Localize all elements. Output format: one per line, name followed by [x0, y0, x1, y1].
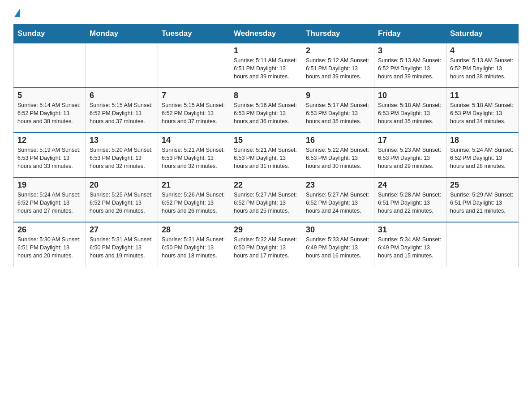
day-number: 27 — [90, 225, 154, 235]
day-number: 14 — [162, 136, 226, 145]
col-header-thursday: Thursday — [302, 25, 374, 43]
col-header-sunday: Sunday — [14, 25, 86, 43]
day-info: Sunrise: 5:14 AM Sunset: 6:52 PM Dayligh… — [17, 101, 82, 125]
day-number: 13 — [90, 136, 154, 145]
calendar-cell: 24Sunrise: 5:28 AM Sunset: 6:51 PM Dayli… — [374, 177, 446, 222]
day-info: Sunrise: 5:17 AM Sunset: 6:53 PM Dayligh… — [306, 101, 370, 125]
day-info: Sunrise: 5:13 AM Sunset: 6:52 PM Dayligh… — [450, 56, 515, 81]
day-info: Sunrise: 5:18 AM Sunset: 6:53 PM Dayligh… — [378, 101, 442, 125]
day-info: Sunrise: 5:16 AM Sunset: 6:53 PM Dayligh… — [234, 101, 298, 125]
calendar-cell: 3Sunrise: 5:13 AM Sunset: 6:52 PM Daylig… — [374, 43, 446, 88]
day-info: Sunrise: 5:15 AM Sunset: 6:52 PM Dayligh… — [162, 101, 226, 125]
calendar-cell: 13Sunrise: 5:20 AM Sunset: 6:53 PM Dayli… — [86, 133, 158, 177]
day-number: 6 — [90, 91, 154, 100]
day-info: Sunrise: 5:31 AM Sunset: 6:50 PM Dayligh… — [162, 235, 226, 260]
week-row-4: 19Sunrise: 5:24 AM Sunset: 6:52 PM Dayli… — [14, 177, 519, 222]
day-number: 1 — [234, 46, 298, 56]
calendar-cell: 29Sunrise: 5:32 AM Sunset: 6:50 PM Dayli… — [230, 222, 302, 267]
calendar-cell: 16Sunrise: 5:22 AM Sunset: 6:53 PM Dayli… — [302, 133, 374, 177]
day-number: 19 — [17, 180, 82, 190]
calendar-cell: 27Sunrise: 5:31 AM Sunset: 6:50 PM Dayli… — [86, 222, 158, 267]
day-info: Sunrise: 5:26 AM Sunset: 6:52 PM Dayligh… — [162, 191, 226, 215]
page-header — [13, 9, 519, 17]
calendar-cell — [86, 43, 158, 88]
day-info: Sunrise: 5:27 AM Sunset: 6:52 PM Dayligh… — [306, 191, 370, 215]
calendar-cell: 6Sunrise: 5:15 AM Sunset: 6:52 PM Daylig… — [86, 88, 158, 133]
calendar-cell: 11Sunrise: 5:18 AM Sunset: 6:53 PM Dayli… — [446, 88, 519, 133]
calendar-cell: 5Sunrise: 5:14 AM Sunset: 6:52 PM Daylig… — [14, 88, 86, 133]
day-info: Sunrise: 5:33 AM Sunset: 6:49 PM Dayligh… — [306, 235, 370, 260]
calendar-cell — [158, 43, 230, 88]
calendar-cell: 7Sunrise: 5:15 AM Sunset: 6:52 PM Daylig… — [158, 88, 230, 133]
day-number: 16 — [306, 136, 370, 145]
calendar-cell — [14, 43, 86, 88]
day-info: Sunrise: 5:24 AM Sunset: 6:52 PM Dayligh… — [450, 146, 515, 170]
day-number: 4 — [450, 46, 515, 56]
day-number: 12 — [17, 136, 82, 145]
day-number: 7 — [162, 91, 226, 100]
calendar-cell: 14Sunrise: 5:21 AM Sunset: 6:53 PM Dayli… — [158, 133, 230, 177]
calendar-cell: 30Sunrise: 5:33 AM Sunset: 6:49 PM Dayli… — [302, 222, 374, 267]
calendar-cell: 21Sunrise: 5:26 AM Sunset: 6:52 PM Dayli… — [158, 177, 230, 222]
day-info: Sunrise: 5:22 AM Sunset: 6:53 PM Dayligh… — [306, 146, 370, 170]
calendar-cell: 8Sunrise: 5:16 AM Sunset: 6:53 PM Daylig… — [230, 88, 302, 133]
day-info: Sunrise: 5:21 AM Sunset: 6:53 PM Dayligh… — [162, 146, 226, 170]
week-row-2: 5Sunrise: 5:14 AM Sunset: 6:52 PM Daylig… — [14, 88, 519, 133]
calendar-cell: 9Sunrise: 5:17 AM Sunset: 6:53 PM Daylig… — [302, 88, 374, 133]
day-number: 21 — [162, 180, 226, 190]
calendar-cell: 10Sunrise: 5:18 AM Sunset: 6:53 PM Dayli… — [374, 88, 446, 133]
day-number: 8 — [234, 91, 298, 100]
calendar-cell: 26Sunrise: 5:30 AM Sunset: 6:51 PM Dayli… — [14, 222, 86, 267]
day-number: 2 — [306, 46, 370, 56]
calendar-table: SundayMondayTuesdayWednesdayThursdayFrid… — [13, 24, 519, 267]
day-number: 31 — [378, 225, 442, 235]
day-info: Sunrise: 5:13 AM Sunset: 6:52 PM Dayligh… — [378, 56, 442, 81]
day-number: 10 — [378, 91, 442, 100]
day-number: 20 — [90, 180, 154, 190]
day-number: 3 — [378, 46, 442, 56]
calendar-cell: 4Sunrise: 5:13 AM Sunset: 6:52 PM Daylig… — [446, 43, 519, 88]
day-info: Sunrise: 5:28 AM Sunset: 6:51 PM Dayligh… — [378, 191, 442, 215]
day-number: 15 — [234, 136, 298, 145]
calendar-cell: 23Sunrise: 5:27 AM Sunset: 6:52 PM Dayli… — [302, 177, 374, 222]
day-number: 18 — [450, 136, 515, 145]
col-header-friday: Friday — [374, 25, 446, 43]
day-info: Sunrise: 5:18 AM Sunset: 6:53 PM Dayligh… — [450, 101, 515, 125]
logo — [13, 9, 20, 17]
day-info: Sunrise: 5:25 AM Sunset: 6:52 PM Dayligh… — [90, 191, 154, 215]
day-info: Sunrise: 5:15 AM Sunset: 6:52 PM Dayligh… — [90, 101, 154, 125]
day-info: Sunrise: 5:24 AM Sunset: 6:52 PM Dayligh… — [17, 191, 82, 215]
day-number: 29 — [234, 225, 298, 235]
calendar-cell: 25Sunrise: 5:29 AM Sunset: 6:51 PM Dayli… — [446, 177, 519, 222]
col-header-monday: Monday — [86, 25, 158, 43]
calendar-cell — [446, 222, 519, 267]
calendar-cell: 20Sunrise: 5:25 AM Sunset: 6:52 PM Dayli… — [86, 177, 158, 222]
day-number: 9 — [306, 91, 370, 100]
week-row-5: 26Sunrise: 5:30 AM Sunset: 6:51 PM Dayli… — [14, 222, 519, 267]
calendar-cell: 17Sunrise: 5:23 AM Sunset: 6:53 PM Dayli… — [374, 133, 446, 177]
day-number: 25 — [450, 180, 515, 190]
calendar-cell: 19Sunrise: 5:24 AM Sunset: 6:52 PM Dayli… — [14, 177, 86, 222]
day-number: 30 — [306, 225, 370, 235]
day-number: 24 — [378, 180, 442, 190]
day-number: 5 — [17, 91, 82, 100]
calendar-cell: 22Sunrise: 5:27 AM Sunset: 6:52 PM Dayli… — [230, 177, 302, 222]
day-number: 28 — [162, 225, 226, 235]
col-header-tuesday: Tuesday — [158, 25, 230, 43]
col-header-saturday: Saturday — [446, 25, 519, 43]
day-number: 11 — [450, 91, 515, 100]
day-info: Sunrise: 5:19 AM Sunset: 6:53 PM Dayligh… — [17, 146, 82, 170]
week-row-1: 1Sunrise: 5:11 AM Sunset: 6:51 PM Daylig… — [14, 43, 519, 88]
day-number: 17 — [378, 136, 442, 145]
calendar-cell: 12Sunrise: 5:19 AM Sunset: 6:53 PM Dayli… — [14, 133, 86, 177]
day-info: Sunrise: 5:11 AM Sunset: 6:51 PM Dayligh… — [234, 56, 298, 81]
day-info: Sunrise: 5:21 AM Sunset: 6:53 PM Dayligh… — [234, 146, 298, 170]
day-number: 23 — [306, 180, 370, 190]
day-info: Sunrise: 5:34 AM Sunset: 6:49 PM Dayligh… — [378, 235, 442, 260]
logo-triangle-icon — [14, 9, 20, 17]
day-info: Sunrise: 5:27 AM Sunset: 6:52 PM Dayligh… — [234, 191, 298, 215]
day-info: Sunrise: 5:29 AM Sunset: 6:51 PM Dayligh… — [450, 191, 515, 215]
day-number: 26 — [17, 225, 82, 235]
calendar-cell: 31Sunrise: 5:34 AM Sunset: 6:49 PM Dayli… — [374, 222, 446, 267]
day-info: Sunrise: 5:23 AM Sunset: 6:53 PM Dayligh… — [378, 146, 442, 170]
